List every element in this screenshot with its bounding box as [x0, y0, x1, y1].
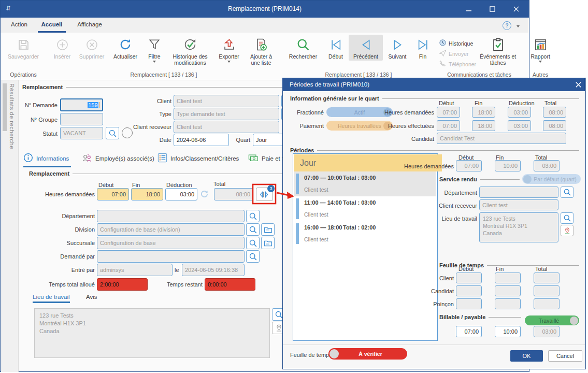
- tab-infos-classement-criteres[interactable]: Infos/Classement/Critères: [157, 153, 239, 164]
- history-button[interactable]: Historique: [439, 39, 476, 48]
- ft-poincon-debut[interactable]: [456, 298, 482, 309]
- add-to-list-button[interactable]: Ajouter à une liste: [244, 35, 278, 67]
- demande-par-label: Demandé par: [32, 253, 95, 260]
- chevron-down-icon: [227, 61, 231, 63]
- sr-client-receveur-field: Client test: [479, 199, 558, 210]
- temps-restant-label: Temps restant: [152, 281, 203, 288]
- division-label: Division: [32, 226, 95, 233]
- nav-previous-icon: [359, 36, 373, 53]
- col-total: Total: [535, 266, 547, 272]
- history-modifications-button[interactable]: Historique des modifications: [166, 35, 214, 67]
- close-button[interactable]: [504, 1, 528, 18]
- sidebar-handle[interactable]: [3, 83, 7, 131]
- sr-departement-search-button[interactable]: [561, 187, 573, 198]
- export-icon: [222, 36, 236, 53]
- nav-next-button[interactable]: Suivant: [383, 35, 412, 61]
- export-button[interactable]: Exporter: [214, 35, 244, 64]
- period-list-item[interactable]: 16:00 — 18:00 Total : 02:00 Client test: [294, 221, 436, 246]
- nav-first-button[interactable]: Début: [323, 35, 349, 61]
- ft-poincon-fin[interactable]: [495, 298, 521, 309]
- clipboard-check-icon: [491, 36, 506, 53]
- ribbon-group-communications: Historique Envoyer Téléphoner: [437, 33, 521, 80]
- heures-fin-field[interactable]: 18:00: [131, 188, 163, 200]
- send-icon: [439, 49, 447, 58]
- tab-employes-associes[interactable]: Employé(s) associé(s): [81, 153, 154, 164]
- sr-map-pin-button[interactable]: [561, 225, 573, 236]
- statut-search-button[interactable]: [106, 127, 119, 139]
- no-groupe-field[interactable]: [60, 113, 103, 125]
- heures-debut-field[interactable]: 07:00: [97, 188, 129, 200]
- departement-search-button[interactable]: [246, 210, 260, 222]
- demande-par-search-button[interactable]: [246, 250, 260, 263]
- subtab-avis[interactable]: Avis: [86, 294, 97, 300]
- add-to-list-icon: [254, 36, 268, 53]
- ok-button[interactable]: OK: [510, 350, 543, 362]
- nav-next-icon: [391, 36, 405, 53]
- ft-candidat-debut[interactable]: [456, 285, 482, 296]
- period-list-item[interactable]: 11:00 — 14:00 Total : 03:00 Client test: [294, 196, 436, 221]
- demande-par-field[interactable]: [97, 250, 245, 263]
- tab-informations[interactable]: Informations: [23, 153, 71, 167]
- cancel-button[interactable]: Cancel: [548, 350, 582, 362]
- annotation-highlight-arrow: [252, 182, 296, 205]
- menu-tab-accueil[interactable]: Accueil: [38, 18, 66, 33]
- chevron-down-icon[interactable]: [517, 25, 520, 27]
- heures-demandees-label: Heures demandées: [382, 109, 434, 116]
- subtab-lieu-de-travail[interactable]: Lieu de travail: [33, 294, 70, 303]
- nav-previous-button[interactable]: Précédent: [349, 35, 383, 61]
- toggle-knob: [570, 317, 578, 325]
- travaille-toggle[interactable]: Travaillé: [525, 315, 579, 325]
- succursale-label: Succursale: [32, 240, 95, 246]
- period-list-item[interactable]: 07:00 — 10:00 Total : 03:00 Client test: [294, 171, 436, 196]
- sr-departement-field[interactable]: [479, 187, 558, 198]
- refresh-button[interactable]: Actualiser: [108, 35, 142, 61]
- bp-fin-field[interactable]: 10:00: [495, 326, 521, 337]
- search-results-sidebar[interactable]: Résultats de recherche: [1, 80, 19, 372]
- bp-debut-field[interactable]: 07:00: [456, 326, 482, 337]
- he-debut-field: 07:00: [437, 120, 460, 131]
- heures-demandees-label: Heures demandées: [21, 191, 95, 197]
- events-tasks-button[interactable]: Événements et tâches: [476, 35, 520, 67]
- menu-tab-action[interactable]: Action: [7, 18, 32, 33]
- filter-icon: [148, 36, 161, 53]
- nav-last-button[interactable]: Fin: [412, 35, 434, 61]
- dialog-close-button[interactable]: [573, 79, 583, 90]
- no-demande-field[interactable]: 159: [60, 98, 103, 111]
- ft-candidat-fin[interactable]: [495, 285, 521, 296]
- phone-button: Téléphoner: [439, 60, 476, 68]
- succursale-field: Configuration de base: [97, 237, 245, 249]
- save-icon: [17, 36, 31, 53]
- menu-tab-affichage[interactable]: Affichage: [73, 18, 106, 33]
- entre-par-field: adminsys: [97, 264, 173, 276]
- workplace-address-box: 123 rue Tests Montréal H1X 3P1 Canada: [34, 308, 270, 358]
- maximize-button[interactable]: [480, 1, 504, 18]
- date-field[interactable]: 2024-06-06: [174, 134, 229, 146]
- filter-button[interactable]: Filtre: [142, 35, 166, 64]
- sr-lieu-search-button[interactable]: [561, 212, 573, 224]
- sr-lieu-box: 123 rue Tests Montréal H1X 3P1 Canada: [479, 212, 558, 242]
- ft-client-fin[interactable]: [495, 272, 521, 283]
- minimize-button[interactable]: [456, 1, 480, 18]
- nav-first-icon: [329, 36, 343, 53]
- fractionne-label: Fractionné: [290, 109, 324, 116]
- client-field: Client test: [174, 95, 279, 107]
- a-verifier-toggle[interactable]: À vérifier: [328, 348, 407, 360]
- recalc-icon[interactable]: [199, 189, 209, 200]
- toggle-knob: [329, 349, 339, 358]
- report-button[interactable]: Rapport: [525, 35, 556, 64]
- division-folder-button[interactable]: [261, 223, 275, 236]
- help-icon[interactable]: ?: [503, 21, 511, 30]
- succursale-folder-button[interactable]: [261, 237, 275, 249]
- heures-deduction-field[interactable]: 03:00: [165, 188, 197, 200]
- col-fin: Fin: [475, 100, 482, 106]
- succursale-search-button[interactable]: [246, 237, 260, 249]
- pd-heures-demandees-label: Heures demandées: [389, 163, 454, 169]
- title-bar: ⇵ Remplacement (PRIM014): [1, 1, 529, 18]
- division-search-button[interactable]: [246, 223, 260, 236]
- search-button[interactable]: Rechercher: [283, 35, 323, 61]
- ft-client-debut[interactable]: [456, 272, 482, 283]
- col-deduction: Déduction: [166, 182, 192, 188]
- departement-field[interactable]: [97, 210, 245, 222]
- chevron-down-icon: [153, 61, 156, 63]
- hd-total-field: 08:00: [543, 107, 566, 118]
